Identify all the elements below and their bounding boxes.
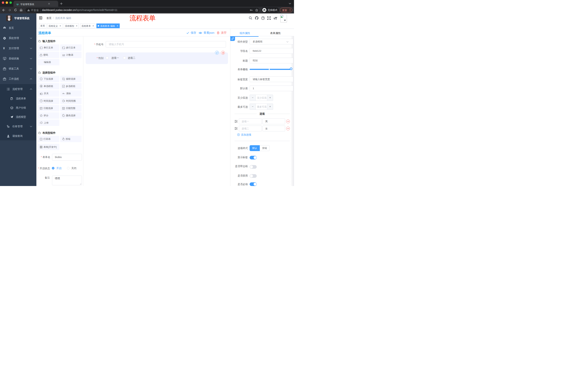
svg-text:123: 123 (62, 54, 65, 56)
